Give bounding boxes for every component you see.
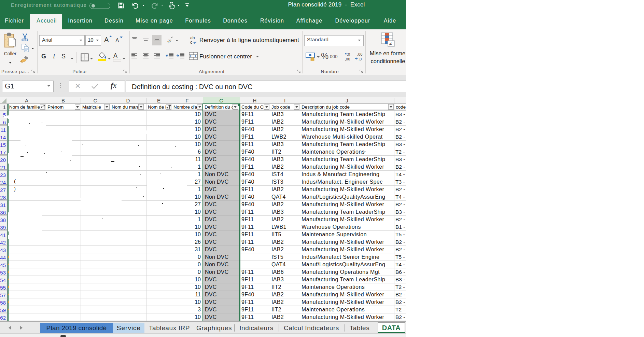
svg-text:c: c [190,40,192,45]
svg-text:ab: ab [166,38,172,44]
svg-text:,00: ,00 [357,52,362,56]
svg-text:,00: ,00 [345,57,350,61]
svg-text:ab: ab [190,36,195,40]
svg-text:≠: ≠ [389,41,392,46]
svg-text:,0: ,0 [347,52,350,56]
svg-text:,0: ,0 [359,57,362,61]
